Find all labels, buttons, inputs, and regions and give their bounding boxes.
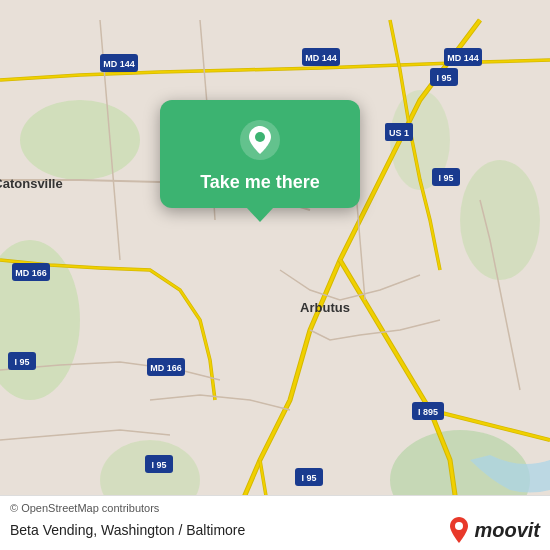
svg-text:US 1: US 1: [389, 128, 409, 138]
svg-text:I 95: I 95: [14, 357, 29, 367]
moovit-pin-icon: [448, 516, 470, 544]
location-label: Beta Vending, Washington / Baltimore: [10, 522, 245, 538]
location-pin-icon: [238, 118, 282, 162]
svg-text:I 895: I 895: [418, 407, 438, 417]
svg-text:I 95: I 95: [151, 460, 166, 470]
svg-point-3: [460, 160, 540, 280]
popup-card[interactable]: Take me there: [160, 100, 360, 208]
svg-text:MD 166: MD 166: [150, 363, 182, 373]
svg-text:Arbutus: Arbutus: [300, 300, 350, 315]
svg-text:MD 144: MD 144: [447, 53, 479, 63]
bottom-info: Beta Vending, Washington / Baltimore moo…: [10, 516, 540, 544]
svg-text:I 95: I 95: [301, 473, 316, 483]
svg-text:I 95: I 95: [438, 173, 453, 183]
svg-text:I 95: I 95: [436, 73, 451, 83]
svg-point-0: [20, 100, 140, 180]
svg-text:MD 166: MD 166: [15, 268, 47, 278]
svg-text:MD 144: MD 144: [103, 59, 135, 69]
bottom-bar: © OpenStreetMap contributors Beta Vendin…: [0, 495, 550, 550]
moovit-logo[interactable]: moovit: [448, 516, 540, 544]
moovit-text: moovit: [474, 519, 540, 542]
attribution: © OpenStreetMap contributors: [10, 502, 540, 514]
popup-label: Take me there: [200, 172, 320, 194]
svg-point-36: [455, 522, 463, 530]
map-container: I 95 I 95 I 95 I 95 I 95 I 895 MD 144 MD…: [0, 0, 550, 550]
svg-text:Catonsville: Catonsville: [0, 176, 63, 191]
map-svg: I 95 I 95 I 95 I 95 I 95 I 895 MD 144 MD…: [0, 0, 550, 550]
svg-text:MD 144: MD 144: [305, 53, 337, 63]
svg-point-35: [255, 132, 265, 142]
